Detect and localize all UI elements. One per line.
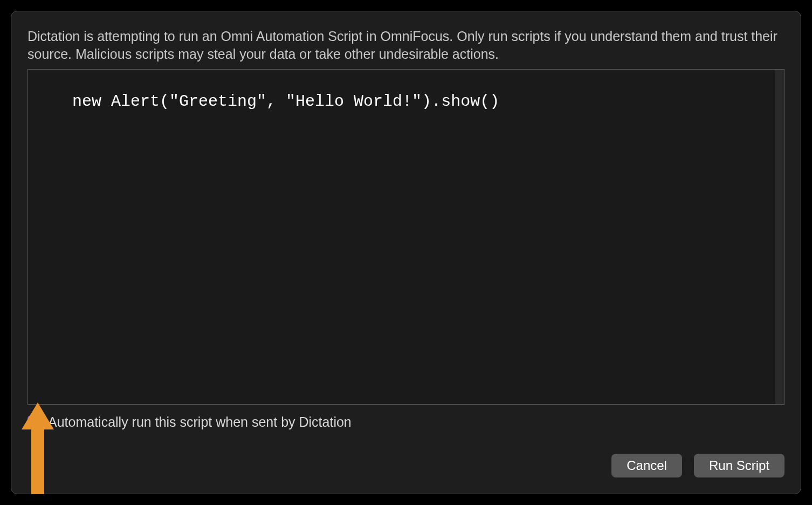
script-content-textarea[interactable]: new Alert("Greeting", "Hello World!").sh… bbox=[27, 69, 785, 405]
auto-run-checkbox-label: Automatically run this script when sent … bbox=[48, 414, 352, 430]
script-confirmation-dialog: Dictation is attempting to run an Omni A… bbox=[11, 11, 801, 494]
checkmark-icon bbox=[30, 418, 39, 427]
auto-run-checkbox-row: Automatically run this script when sent … bbox=[27, 414, 785, 430]
cancel-button[interactable]: Cancel bbox=[611, 454, 682, 477]
auto-run-checkbox[interactable] bbox=[27, 415, 42, 429]
warning-message: Dictation is attempting to run an Omni A… bbox=[27, 28, 785, 63]
scrollbar[interactable] bbox=[775, 70, 784, 404]
run-script-button[interactable]: Run Script bbox=[694, 454, 785, 477]
script-code: new Alert("Greeting", "Hello World!").sh… bbox=[72, 92, 499, 111]
dialog-button-row: Cancel Run Script bbox=[27, 454, 785, 477]
